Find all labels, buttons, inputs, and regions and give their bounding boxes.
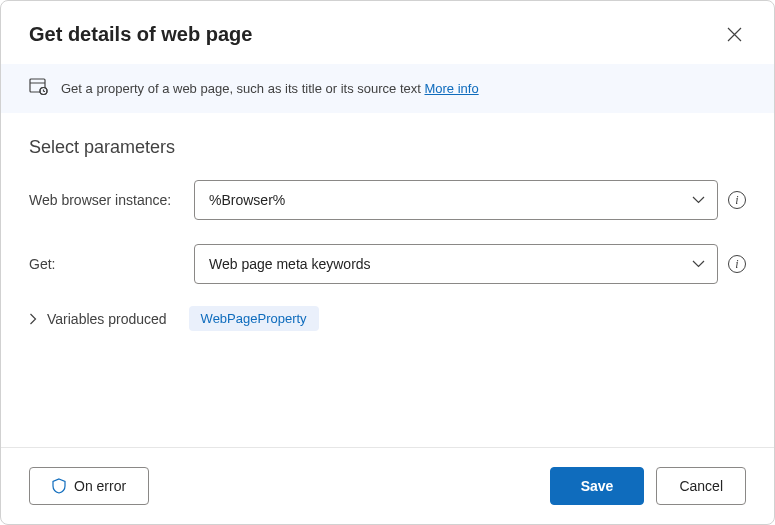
expand-caret-icon[interactable] <box>29 313 37 325</box>
close-button[interactable] <box>723 23 746 46</box>
dialog-header: Get details of web page <box>1 1 774 64</box>
browser-instance-select[interactable]: %Browser% <box>194 180 718 220</box>
get-label: Get: <box>29 256 194 272</box>
browser-instance-label: Web browser instance: <box>29 192 194 208</box>
webpage-icon <box>29 78 49 99</box>
browser-instance-info-icon[interactable]: i <box>728 191 746 209</box>
dialog-title: Get details of web page <box>29 23 252 46</box>
info-text: Get a property of a web page, such as it… <box>61 81 479 96</box>
info-bar: Get a property of a web page, such as it… <box>1 64 774 113</box>
on-error-button[interactable]: On error <box>29 467 149 505</box>
section-title: Select parameters <box>29 137 746 158</box>
more-info-link[interactable]: More info <box>424 81 478 96</box>
browser-instance-row: Web browser instance: %Browser% i <box>29 180 746 220</box>
dialog: Get details of web page Get a property o… <box>0 0 775 525</box>
chevron-down-icon <box>692 196 705 204</box>
get-row: Get: Web page meta keywords i <box>29 244 746 284</box>
content-area: Select parameters Web browser instance: … <box>1 113 774 447</box>
on-error-label: On error <box>74 478 126 494</box>
cancel-button[interactable]: Cancel <box>656 467 746 505</box>
variables-produced-row: Variables produced WebPageProperty <box>29 306 746 331</box>
dialog-footer: On error Save Cancel <box>1 447 774 524</box>
save-button[interactable]: Save <box>550 467 645 505</box>
variable-badge[interactable]: WebPageProperty <box>189 306 319 331</box>
variables-produced-label: Variables produced <box>47 311 167 327</box>
footer-right: Save Cancel <box>550 467 746 505</box>
get-select[interactable]: Web page meta keywords <box>194 244 718 284</box>
shield-icon <box>52 478 66 494</box>
get-value: Web page meta keywords <box>209 256 371 272</box>
get-info-icon[interactable]: i <box>728 255 746 273</box>
chevron-down-icon <box>692 260 705 268</box>
close-icon <box>727 27 742 42</box>
info-text-content: Get a property of a web page, such as it… <box>61 81 421 96</box>
browser-instance-value: %Browser% <box>209 192 285 208</box>
